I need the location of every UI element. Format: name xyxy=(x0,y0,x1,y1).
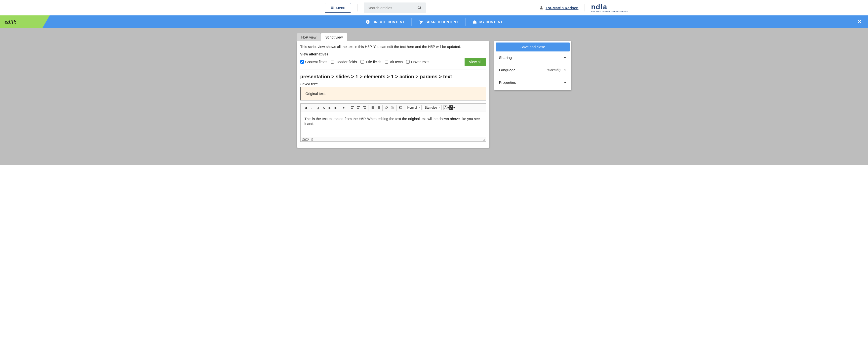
subscript-button[interactable]: x2 xyxy=(327,105,333,111)
nav-shared-content[interactable]: SHARED CONTENT xyxy=(411,18,465,26)
nav-label: CREATE CONTENT xyxy=(372,20,404,24)
svg-point-6 xyxy=(371,108,371,108)
rte-toolbar: B I U S x2 x2 Tx xyxy=(301,104,486,112)
outdent-button[interactable] xyxy=(398,105,404,111)
resize-icon xyxy=(483,139,485,141)
strike-button[interactable]: S xyxy=(321,105,327,111)
logo-text: ndla xyxy=(591,3,608,11)
nav-label: SHARED CONTENT xyxy=(426,20,458,24)
ndla-logo[interactable]: ndla NASJONAL DIGITAL LÆRINGSARENA xyxy=(591,3,628,13)
tab-script-view[interactable]: Script view xyxy=(321,33,347,41)
align-center-icon xyxy=(356,106,360,110)
rte-resize-handle[interactable] xyxy=(483,139,485,141)
underline-button[interactable]: U xyxy=(315,105,321,111)
rte-path-body[interactable]: body xyxy=(303,138,309,141)
checkbox-hover[interactable] xyxy=(406,60,410,64)
rte-path-p[interactable]: p xyxy=(312,138,313,141)
view-alternatives-label: View alternatives xyxy=(300,52,486,56)
check-label: Header fields xyxy=(336,60,357,64)
side-panel: Save and close Sharing Language (Bokmål)… xyxy=(494,41,571,90)
hamburger-icon xyxy=(331,6,334,9)
unlink-button[interactable] xyxy=(390,105,396,111)
superscript-button[interactable]: x2 xyxy=(333,105,339,111)
accordion-label: Language xyxy=(499,68,516,72)
check-label: Content fields xyxy=(305,60,328,64)
search-input[interactable] xyxy=(368,6,417,10)
edlib-logo[interactable]: edlib xyxy=(0,16,50,28)
align-left-button[interactable] xyxy=(349,105,355,111)
edlib-text: edlib xyxy=(4,19,17,25)
nav-label: MY CONTENT xyxy=(479,20,502,24)
check-hover-texts[interactable]: Hover texts xyxy=(406,60,429,64)
plus-circle-icon xyxy=(366,20,370,24)
checkbox-header[interactable] xyxy=(331,60,334,64)
checkbox-title[interactable] xyxy=(361,60,364,64)
svg-point-4 xyxy=(422,23,422,24)
field-path-heading: presentation > slides > 1 > elements > 1… xyxy=(300,74,486,80)
link-icon xyxy=(384,106,389,110)
align-right-icon xyxy=(362,106,366,110)
chevron-up-icon xyxy=(563,81,567,84)
remove-format-button[interactable]: Tx xyxy=(341,105,347,111)
cart-icon xyxy=(418,20,423,24)
logo-subtitle: NASJONAL DIGITAL LÆRINGSARENA xyxy=(591,10,628,13)
accordion-properties[interactable]: Properties xyxy=(496,76,570,88)
number-list-button[interactable]: 123 xyxy=(375,105,381,111)
checkbox-alt[interactable] xyxy=(385,60,388,64)
chevron-up-icon xyxy=(563,56,567,59)
paragraph-style-select[interactable]: Normal xyxy=(406,105,422,110)
bg-color-button[interactable]: A▾ xyxy=(450,105,455,111)
align-left-icon xyxy=(350,106,354,110)
close-button[interactable] xyxy=(857,19,863,25)
divider xyxy=(357,4,358,11)
close-icon xyxy=(857,19,863,24)
check-label: Title fields xyxy=(366,60,381,64)
svg-point-3 xyxy=(420,23,421,24)
check-alt-texts[interactable]: Alt texts xyxy=(385,60,403,64)
italic-button[interactable]: I xyxy=(309,105,315,111)
save-and-close-button[interactable]: Save and close xyxy=(496,42,570,52)
home-icon xyxy=(472,20,477,24)
header-inner: Menu Tor-Martin Karlsen ndla NASJONAL DI… xyxy=(325,2,628,13)
svg-point-1 xyxy=(540,6,542,8)
user-name: Tor-Martin Karlsen xyxy=(546,6,578,10)
intro-text: This script view shows all the text in t… xyxy=(300,45,486,49)
checkbox-content[interactable] xyxy=(300,60,304,64)
outdent-icon xyxy=(399,106,403,110)
check-content-fields[interactable]: Content fields xyxy=(300,60,328,64)
rte-status-bar: body p xyxy=(301,137,486,142)
divider xyxy=(585,4,585,11)
rte-textarea[interactable]: This is the text extracted from the H5P.… xyxy=(301,112,486,137)
chevron-up-icon xyxy=(563,68,567,72)
user-link[interactable]: Tor-Martin Karlsen xyxy=(539,5,578,10)
svg-point-5 xyxy=(371,107,371,107)
accordion-sharing[interactable]: Sharing xyxy=(496,52,570,64)
font-size-select[interactable]: Størrelse xyxy=(423,105,442,110)
svg-point-0 xyxy=(418,6,421,9)
check-label: Hover texts xyxy=(411,60,429,64)
site-header: Menu Tor-Martin Karlsen ndla NASJONAL DI… xyxy=(0,0,868,16)
text-color-button[interactable]: A▾ xyxy=(443,105,450,111)
search-box[interactable] xyxy=(364,2,426,13)
check-header-fields[interactable]: Header fields xyxy=(331,60,357,64)
menu-button[interactable]: Menu xyxy=(325,3,351,13)
bullet-list-button[interactable] xyxy=(369,105,375,111)
accordion-language[interactable]: Language (Bokmål) xyxy=(496,64,570,76)
check-title-fields[interactable]: Title fields xyxy=(361,60,381,64)
bold-button[interactable]: B xyxy=(303,105,309,111)
nav-create-content[interactable]: CREATE CONTENT xyxy=(359,18,411,26)
nav-my-content[interactable]: MY CONTENT xyxy=(465,18,509,26)
link-button[interactable] xyxy=(383,105,390,111)
tabs: H5P view Script view xyxy=(297,33,489,41)
accordion-label: Properties xyxy=(499,80,516,85)
number-list-icon: 123 xyxy=(376,106,380,110)
align-right-button[interactable] xyxy=(361,105,367,111)
align-center-button[interactable] xyxy=(355,105,361,111)
language-value: (Bokmål) xyxy=(547,68,560,72)
view-alternatives-row: Content fields Header fields Title field… xyxy=(300,58,486,70)
svg-text:3: 3 xyxy=(377,108,377,109)
tab-h5p-view[interactable]: H5P view xyxy=(297,33,321,41)
view-all-button[interactable]: View all xyxy=(465,58,486,66)
saved-text-box: Original text. xyxy=(300,87,486,100)
check-label: Alt texts xyxy=(390,60,403,64)
